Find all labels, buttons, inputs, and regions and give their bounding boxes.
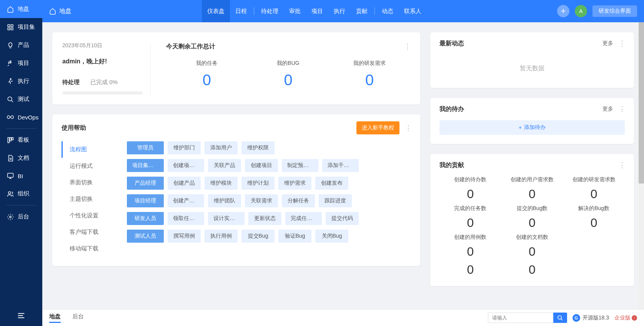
flow-role[interactable]: 项目集负责人 <box>127 159 164 172</box>
content-scroll[interactable]: 2023年05月10日 admin，晚上好! 待处理 已完成 0% 今天剩余工作… <box>42 22 644 309</box>
avatar[interactable]: A <box>575 5 587 17</box>
search-button[interactable] <box>553 313 567 323</box>
grid-icon <box>7 24 14 31</box>
flow-role[interactable]: 管理员 <box>127 141 164 154</box>
flow-step[interactable]: 关联需求 <box>245 194 278 207</box>
flow-step[interactable]: 维护计划 <box>241 177 275 190</box>
flow-role[interactable]: 项目经理 <box>127 194 164 207</box>
topbar-nav-item[interactable]: 项目 <box>306 0 328 22</box>
footer-tab-home[interactable]: 地盘 <box>49 313 61 323</box>
stat-label: 我的任务 <box>166 60 248 67</box>
contrib-label: 创建的待办数 <box>439 176 501 183</box>
welcome-card: 2023年05月10日 admin，晚上好! 待处理 已完成 0% 今天剩余工作… <box>52 32 420 104</box>
sidebar-item-program[interactable]: 项目集 <box>0 18 42 36</box>
kebab-icon[interactable]: ⋮ <box>619 105 625 113</box>
add-button[interactable]: + <box>557 5 569 17</box>
kebab-icon[interactable]: ⋮ <box>619 39 625 48</box>
breadcrumb-home[interactable]: 地盘 <box>49 7 72 15</box>
sidebar-item-kanban[interactable]: 看板 <box>0 131 42 149</box>
sidebar-item-execution[interactable]: 执行 <box>0 72 42 90</box>
flow-step[interactable]: 添加用户 <box>205 141 238 154</box>
flow-step[interactable]: 更新状态 <box>248 212 281 225</box>
contrib-value: 0 <box>439 263 501 277</box>
version-info[interactable]: G 开源版18.3 <box>572 314 609 322</box>
flow-step[interactable]: 撰写用例 <box>168 230 201 243</box>
flow-step[interactable]: 添加干系人 <box>322 159 359 172</box>
view-switch[interactable]: 研发综合界面 <box>592 5 637 17</box>
flow-step[interactable]: 提交代码 <box>326 212 359 225</box>
sidebar-item-bi[interactable]: BI <box>0 167 42 185</box>
help-tab[interactable]: 主题切换 <box>62 191 119 207</box>
flow-step[interactable]: 创建产品 <box>168 177 201 190</box>
flow-step[interactable]: 领取任务和Bu <box>168 212 204 225</box>
tutorial-button[interactable]: 进入新手教程 <box>356 121 399 134</box>
flow-step[interactable]: 创建项目 <box>245 159 278 172</box>
contrib-item: 创建的研发需求数0 <box>563 176 625 201</box>
sidebar-item-org[interactable]: 组织 <box>0 185 42 203</box>
sidebar-item-admin[interactable]: 后台 <box>0 208 42 226</box>
sidebar-item-qa[interactable]: 测试 <box>0 90 42 108</box>
flow-step[interactable]: 关联产品 <box>208 159 241 172</box>
flow-step[interactable]: 维护需求 <box>278 177 311 190</box>
more-link[interactable]: 更多 <box>602 106 613 113</box>
sidebar-item-project[interactable]: 项目 <box>0 54 42 72</box>
help-tab[interactable]: 界面切换 <box>62 174 119 191</box>
flow-step[interactable]: 验证Bug <box>278 230 311 243</box>
flow-step[interactable]: 创建产品、执 <box>168 194 204 207</box>
topbar-nav-item[interactable]: 审批 <box>284 0 306 22</box>
topbar-nav-item[interactable]: 贡献 <box>351 0 373 22</box>
topbar-nav-item[interactable]: 仪表盘 <box>202 0 230 22</box>
svg-rect-9 <box>8 173 13 177</box>
flow-step[interactable]: 制定预算和规 <box>282 159 318 172</box>
help-flows: 管理员维护部门添加用户维护权限项目集负责人创建项目集关联产品创建项目制定预算和规… <box>119 141 411 257</box>
topbar-nav-item[interactable]: 待处理 <box>256 0 284 22</box>
search-input[interactable] <box>488 313 553 323</box>
add-todo-button[interactable]: + 添加待办 <box>439 120 625 135</box>
kebab-icon[interactable]: ⋮ <box>405 124 411 132</box>
sidebar-label: 执行 <box>18 78 29 85</box>
sidebar-item-doc[interactable]: 文档 <box>0 149 42 167</box>
flow-role[interactable]: 研发人员 <box>127 212 164 225</box>
topbar-nav-item[interactable]: 联系人 <box>399 0 427 22</box>
sidebar-item-devops[interactable]: DevOps <box>0 108 42 126</box>
sidebar-collapse[interactable] <box>0 305 42 326</box>
help-tab[interactable]: 客户端下载 <box>62 224 119 240</box>
flow-role[interactable]: 测试人员 <box>127 230 164 243</box>
flow-step[interactable]: 关闭Bug <box>315 230 348 243</box>
flow-step[interactable]: 创建发布 <box>315 177 348 190</box>
flow-step[interactable]: 维护部门 <box>168 141 201 154</box>
help-tab[interactable]: 流程图 <box>62 141 119 158</box>
flow-step[interactable]: 维护权限 <box>241 141 275 154</box>
help-tab[interactable]: 移动端下载 <box>62 240 119 257</box>
flow-step[interactable]: 维护模块 <box>205 177 238 190</box>
flow-row: 项目经理创建产品、执维护团队关联需求分解任务跟踪进度 <box>127 194 411 207</box>
flow-step[interactable]: 完成任务和Bu <box>285 212 322 225</box>
help-tab[interactable]: 个性化设置 <box>62 207 119 224</box>
nav-separator <box>254 7 254 15</box>
flow-step[interactable]: 维护团队 <box>208 194 241 207</box>
topbar-nav-item[interactable]: 动态 <box>376 0 399 22</box>
contrib-label: 创建的文档数 <box>501 234 563 241</box>
footer-tab-admin[interactable]: 后台 <box>72 313 84 323</box>
sidebar-item-product[interactable]: 产品 <box>0 36 42 54</box>
scrollbar[interactable] <box>639 22 644 309</box>
flow-role[interactable]: 产品经理 <box>127 177 164 190</box>
sidebar-label: 测试 <box>18 96 29 103</box>
sidebar-item-home[interactable]: 地盘 <box>0 0 42 18</box>
kebab-icon[interactable]: ⋮ <box>404 42 410 51</box>
enterprise-link[interactable]: 企业版 ↑ <box>614 314 637 321</box>
flow-step[interactable]: 提交Bug <box>241 230 275 243</box>
topbar-nav-item[interactable]: 日程 <box>230 0 252 22</box>
flow-step[interactable]: 执行用例 <box>205 230 238 243</box>
stat-item: 我的研发需求0 <box>329 60 410 89</box>
flow-row: 产品经理创建产品维护模块维护计划维护需求创建发布 <box>127 177 411 190</box>
kebab-icon[interactable]: ⋮ <box>619 161 625 169</box>
topbar-nav-item[interactable]: 执行 <box>328 0 351 22</box>
more-link[interactable]: 更多 <box>602 40 613 47</box>
flow-step[interactable]: 分解任务 <box>282 194 315 207</box>
flow-step[interactable]: 设计实现方案 <box>208 212 245 225</box>
flow-step[interactable]: 跟踪进度 <box>319 194 352 207</box>
flow-step[interactable]: 创建项目集 <box>168 159 204 172</box>
help-tab[interactable]: 运行模式 <box>62 158 119 174</box>
nav-separator <box>374 7 375 15</box>
